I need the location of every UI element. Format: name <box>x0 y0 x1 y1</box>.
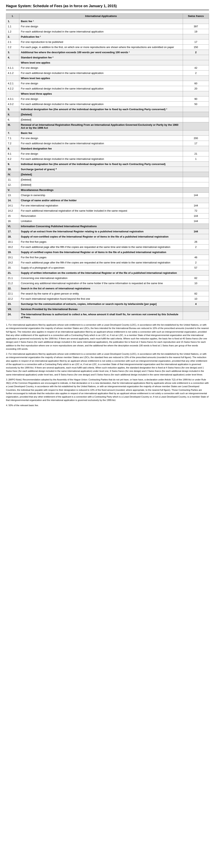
row-num: VII. <box>6 307 19 312</box>
row-fee <box>183 198 209 203</box>
table-row: 4.2.1For one design60 <box>6 81 209 86</box>
fee-table: I. International Applications Swiss fran… <box>6 13 209 320</box>
table-row: 24.The International Bureau is authorize… <box>6 312 209 320</box>
row-num: 4.3.2 <box>6 102 19 107</box>
row-desc: For each international registration foun… <box>19 296 183 302</box>
row-fee: 20 <box>183 86 209 91</box>
row-fee <box>183 270 209 276</box>
row-num: 5. <box>6 107 19 112</box>
table-row: 7.1For one design200 <box>6 136 209 141</box>
row-fee: 90 <box>183 96 209 102</box>
table-row: 14.1For one international registration14… <box>6 203 209 208</box>
row-fee <box>183 286 209 291</box>
table-row: 13.Change in ownership144 <box>6 193 209 198</box>
row-desc: Miscellaneous Recordings <box>19 187 183 193</box>
table-row: 15Renunciation144 <box>6 213 209 219</box>
row-desc: For each additional design included in t… <box>19 102 183 107</box>
row-num: 4. <box>6 55 19 60</box>
row-desc: For each additional design included in t… <box>19 70 183 76</box>
row-num: 11. <box>6 177 19 182</box>
row-fee <box>183 91 209 96</box>
table-row: Where level one applies <box>6 60 209 65</box>
row-desc: For each page, in addition to the first,… <box>19 44 183 50</box>
page-wrapper: Hague System: Schedule of Fees (as in fo… <box>0 0 215 413</box>
row-desc: Surcharge (period of grace) ⁴ <box>19 167 183 172</box>
row-num: 19.2 <box>6 260 19 265</box>
row-fee: 50 <box>183 102 209 107</box>
row-num: 7.1 <box>6 136 19 141</box>
row-desc: [Deleted] <box>19 177 183 182</box>
row-fee: 144 <box>183 203 209 208</box>
row-desc: For each additional page after the fifth… <box>19 260 183 265</box>
row-fee: 17 <box>183 141 209 146</box>
row-num: 8.1 <box>6 151 19 156</box>
row-num: 18.1 <box>6 239 19 245</box>
row-desc: [Deleted] <box>19 172 183 177</box>
row-desc: Where level two applies <box>19 76 183 81</box>
table-row: 18.1For the first five pages26 <box>6 239 209 245</box>
row-fee <box>183 76 209 81</box>
row-num: 21. <box>6 270 19 276</box>
row-num: 4.3.1 <box>6 96 19 102</box>
row-desc: For each additional design included in t… <box>19 156 183 162</box>
page-title: Hague System: Schedule of Fees (as in fo… <box>6 4 209 10</box>
row-num: 17. <box>6 229 19 234</box>
row-desc: Supply of certified copies from the Inte… <box>19 250 183 255</box>
table-row: 17.Supply of an extract from the Interna… <box>6 229 209 234</box>
row-fee: 46 <box>183 255 209 260</box>
row-num: 22.2 <box>6 296 19 302</box>
table-row: 22.2For each international registration … <box>6 296 209 302</box>
row-desc: Standard designation fee ² <box>19 55 183 60</box>
row-desc: Supply of written information on the con… <box>19 270 183 276</box>
table-row: 8.1For one design21 <box>6 151 209 156</box>
row-desc: For each additional page after the fifth… <box>19 245 183 250</box>
table-row: 10.Surcharge (period of grace) ⁴ <box>6 167 209 172</box>
row-fee: 21 <box>183 151 209 156</box>
table-row: 22.1Per search by the name of a given pe… <box>6 291 209 296</box>
row-desc: For the first five pages <box>19 255 183 260</box>
row-num: 18.2 <box>6 245 19 250</box>
row-fee: 17 <box>183 39 209 44</box>
footnote-item: 2. For international applications filed … <box>6 352 209 376</box>
row-fee <box>183 250 209 255</box>
table-row: VII.Services Provided by the Internation… <box>6 307 209 312</box>
row-num: 4.2.2 <box>6 86 19 91</box>
table-row: 7.2For each additional design included i… <box>6 141 209 146</box>
table-row: 12.[Deleted] <box>6 182 209 187</box>
row-desc: Supply of a photograph of a specimen <box>19 265 183 270</box>
row-desc: Supply of non-certified copies of the In… <box>19 234 183 239</box>
row-desc: Basic fee <box>19 130 183 136</box>
row-num: 14.2 <box>6 208 19 213</box>
table-row: 2.2For each page, in addition to the fir… <box>6 44 209 50</box>
row-desc: Search in the list of owners of internat… <box>19 286 183 291</box>
row-fee <box>183 172 209 177</box>
row-num <box>6 60 19 65</box>
row-num: 16. <box>6 219 19 224</box>
table-row: 4.1.2For each additional design included… <box>6 70 209 76</box>
table-row: 18.Supply of non-certified copies of the… <box>6 234 209 239</box>
row-desc: Services Provided by the International B… <box>19 307 183 312</box>
row-fee: 57 <box>183 265 209 270</box>
footnote-item: 4. 50% of the relevant basic fee. <box>6 404 209 407</box>
table-row: 21.Supply of written information on the … <box>6 270 209 276</box>
row-fee <box>183 122 209 130</box>
table-row: 1.Basic fee ¹ <box>6 19 209 24</box>
row-fee: 19 <box>183 29 209 34</box>
table-row: 19.2For each additional page after the f… <box>6 260 209 265</box>
row-desc: Renunciation <box>19 213 183 219</box>
row-fee <box>183 167 209 172</box>
row-fee <box>183 117 209 122</box>
table-row: Where level three applies <box>6 91 209 96</box>
row-num: 1. <box>6 19 19 24</box>
row-num: 4.1.2 <box>6 70 19 76</box>
row-num: 19. <box>6 250 19 255</box>
row-num <box>6 91 19 96</box>
table-row: 21.2Concerning any additional internatio… <box>6 281 209 286</box>
row-desc: Surcharge for the communication of extra… <box>19 302 183 307</box>
row-num: 21.2 <box>6 281 19 286</box>
table-row: 4.3.1For one design90 <box>6 96 209 102</box>
row-num: 14. <box>6 198 19 203</box>
row-fee: 2 <box>183 50 209 55</box>
row-fee <box>183 60 209 65</box>
table-row: 7.Basic fee <box>6 130 209 136</box>
